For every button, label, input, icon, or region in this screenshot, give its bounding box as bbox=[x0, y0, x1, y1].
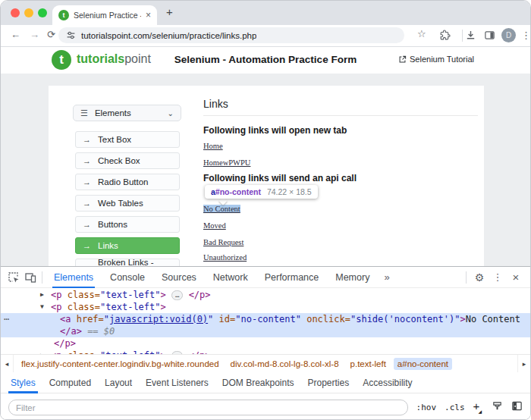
bad-request-link[interactable]: Bad Request bbox=[203, 238, 244, 246]
tab-close-icon[interactable]: × bbox=[146, 10, 151, 20]
breadcrumb-item-current[interactable]: a#no-content bbox=[394, 358, 452, 370]
no-content-link[interactable]: No Content bbox=[203, 205, 240, 213]
site-header: t tutorialspoint Selenium - Automation P… bbox=[1, 47, 530, 74]
side-panel-icon[interactable] bbox=[484, 30, 495, 44]
element-classes-button[interactable]: .cls bbox=[445, 403, 465, 412]
toolbar-divider bbox=[42, 271, 42, 284]
dom-node-selected-close[interactable]: </a> == $0 bbox=[1, 325, 530, 337]
ellipsis-expander[interactable]: … bbox=[171, 290, 183, 300]
profile-avatar[interactable]: D bbox=[501, 28, 516, 42]
dom-node-close[interactable]: </p> bbox=[1, 337, 530, 349]
address-bar[interactable]: tutorialspoint.com/selenium/practice/lin… bbox=[58, 27, 404, 43]
moved-link[interactable]: Moved bbox=[203, 221, 226, 230]
tab-layout[interactable]: Layout bbox=[98, 372, 139, 393]
arrow-right-icon: → bbox=[83, 177, 91, 186]
tab-styles[interactable]: Styles bbox=[4, 372, 42, 393]
tab-accessibility[interactable]: Accessibility bbox=[356, 372, 419, 393]
tune-icon[interactable] bbox=[66, 30, 76, 40]
sidebar-item-label: Text Box bbox=[98, 135, 131, 144]
dom-node-collapsed[interactable]: ▶<p class="text-left"> … </p> bbox=[1, 289, 530, 301]
api-links-heading: Following links will send an api call bbox=[203, 173, 357, 183]
homewpwpu-link[interactable]: HomewPWPU bbox=[203, 158, 250, 167]
tab-event-listeners[interactable]: Event Listeners bbox=[139, 372, 215, 393]
new-tab-links-heading: Following links will open new tab bbox=[203, 125, 347, 136]
download-icon[interactable] bbox=[465, 30, 476, 44]
tab-properties[interactable]: Properties bbox=[301, 372, 357, 393]
sidebar-item-label: Links bbox=[98, 241, 118, 250]
close-window-button[interactable] bbox=[11, 8, 20, 17]
sidebar-item-links[interactable]: → Links bbox=[75, 237, 180, 254]
toggle-sidebar-icon[interactable] bbox=[511, 400, 523, 415]
sidebar-item-web-tables[interactable]: → Web Tables bbox=[75, 195, 180, 212]
breadcrumb-scroll-left-icon[interactable]: ◂ bbox=[1, 355, 14, 372]
href-link[interactable]: javascript:void(0) bbox=[109, 314, 208, 324]
browser-window: t Selenium Practice - Links × + ← → ⟳ tu… bbox=[0, 0, 531, 420]
page-body: ☰ Elements ⌄ → Text Box → Check Box → Ra… bbox=[1, 74, 530, 266]
sidebar-item-buttons[interactable]: → Buttons bbox=[75, 216, 180, 233]
practice-card: ☰ Elements ⌄ → Text Box → Check Box → Ra… bbox=[49, 86, 484, 266]
breadcrumb-item[interactable]: p.text-left bbox=[347, 358, 390, 370]
expand-icon[interactable]: ▶ bbox=[40, 289, 44, 301]
sidebar-item-radio-button[interactable]: → Radio Button bbox=[75, 174, 180, 190]
chevron-down-icon: ⌄ bbox=[168, 109, 174, 118]
new-tab-button[interactable]: + bbox=[166, 5, 173, 18]
browser-tab[interactable]: t Selenium Practice - Links × bbox=[52, 5, 157, 25]
extensions-icon[interactable] bbox=[439, 30, 451, 44]
devtools-tab-performance[interactable]: Performance bbox=[256, 267, 328, 287]
browser-menu-icon[interactable]: ⋮ bbox=[521, 30, 531, 41]
bookmark-star-icon[interactable]: ☆ bbox=[417, 28, 426, 39]
url-text[interactable]: tutorialspoint.com/selenium/practice/lin… bbox=[81, 31, 256, 40]
home-link[interactable]: Home bbox=[203, 142, 223, 150]
tab-computed[interactable]: Computed bbox=[42, 372, 98, 393]
toggle-element-state-button[interactable]: :hov bbox=[416, 403, 437, 412]
sidebar-item-label: Broken Links - Images bbox=[98, 258, 172, 266]
breadcrumb-item[interactable]: flex.justify-content-center.logindiv.bg-… bbox=[17, 358, 223, 370]
devtools-tab-sources[interactable]: Sources bbox=[153, 267, 205, 287]
devtools-toolbar: Elements Console Sources Network Perform… bbox=[1, 267, 530, 288]
selenium-tutorial-link[interactable]: Selenium Tutorial bbox=[398, 55, 474, 64]
devtools-tab-memory[interactable]: Memory bbox=[327, 267, 378, 287]
devtools-settings-icon[interactable]: ⚙ bbox=[471, 269, 488, 286]
external-link-icon bbox=[398, 55, 407, 64]
devtools-tab-elements[interactable]: Elements bbox=[46, 267, 102, 287]
sidebar-item-label: Radio Button bbox=[98, 177, 149, 186]
rendering-brush-icon[interactable] bbox=[492, 400, 503, 415]
dollar-zero-marker: == $0 bbox=[82, 326, 115, 337]
node-options-icon[interactable]: ⋯ bbox=[4, 313, 9, 325]
arrow-right-icon: → bbox=[83, 199, 91, 208]
tab-dom-breakpoints[interactable]: DOM Breakpoints bbox=[215, 372, 301, 393]
browser-toolbar: ← → ⟳ tutorialspoint.com/selenium/practi… bbox=[1, 25, 530, 47]
devtools-tab-network[interactable]: Network bbox=[205, 267, 256, 287]
tooltip-selector: a#no-content bbox=[211, 187, 261, 196]
inspect-element-icon[interactable] bbox=[5, 269, 22, 286]
more-tabs-icon[interactable]: » bbox=[378, 271, 395, 283]
back-icon[interactable]: ← bbox=[11, 29, 20, 40]
device-toolbar-icon[interactable] bbox=[22, 269, 39, 286]
sidebar-item-label: Check Box bbox=[98, 156, 140, 165]
devtools-breadcrumbs: ◂ flex.justify-content-center.logindiv.b… bbox=[1, 354, 530, 372]
sidebar-item-check-box[interactable]: → Check Box bbox=[75, 152, 180, 169]
new-style-rule-button[interactable]: +◢ bbox=[473, 401, 483, 414]
styles-filter-input[interactable] bbox=[8, 400, 408, 415]
elements-accordion-header[interactable]: ☰ Elements ⌄ bbox=[73, 105, 181, 121]
sidebar-item-label: Buttons bbox=[98, 220, 127, 229]
dom-node-expanded[interactable]: ▼<p class="text-left"> bbox=[1, 301, 530, 313]
sidebar-item-text-box[interactable]: → Text Box bbox=[75, 131, 180, 148]
arrow-right-icon: → bbox=[83, 135, 91, 144]
sidebar-item-broken-links-images[interactable]: → Broken Links - Images bbox=[75, 259, 180, 266]
devtools-close-icon[interactable]: × bbox=[507, 269, 524, 286]
forward-icon[interactable]: → bbox=[30, 29, 39, 40]
minimize-window-button[interactable] bbox=[24, 8, 33, 17]
fullscreen-window-button[interactable] bbox=[38, 8, 47, 17]
breadcrumb-item[interactable]: div.col-md-8.col-lg-8.col-xl-8 bbox=[227, 358, 343, 370]
breadcrumb-scroll-right-icon[interactable]: ▸ bbox=[517, 355, 530, 372]
sidebar-item-label: Web Tables bbox=[98, 199, 143, 208]
reload-icon[interactable]: ⟳ bbox=[47, 29, 55, 40]
devtools-menu-icon[interactable]: ⋮ bbox=[489, 269, 506, 286]
unauthorized-link[interactable]: Unauthorized bbox=[203, 253, 247, 262]
dom-node-selected[interactable]: ⋯<a href="javascript:void(0)" id="no-con… bbox=[1, 313, 530, 325]
tooltip-dimensions: 74.22 × 18.5 bbox=[267, 187, 312, 196]
devtools-tab-console[interactable]: Console bbox=[102, 267, 153, 287]
arrow-right-icon: → bbox=[83, 220, 91, 229]
collapse-icon[interactable]: ▼ bbox=[40, 301, 44, 313]
